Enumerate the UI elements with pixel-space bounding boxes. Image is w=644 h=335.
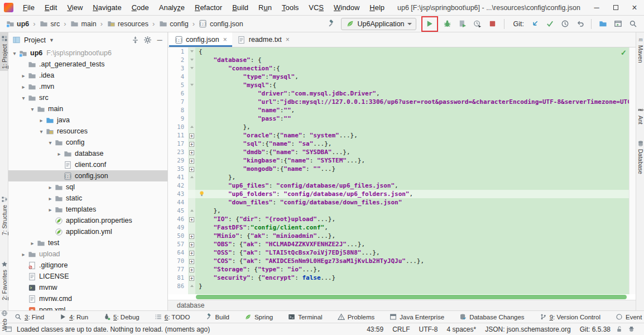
tree-item-database[interactable]: ▸database: [8, 148, 167, 159]
code-line-81[interactable]: 81+ "security": {"encrypt": false...}: [168, 274, 629, 282]
toolwindow-button-build[interactable]: Build: [205, 313, 229, 320]
stripe-item-web[interactable]: Web: [0, 307, 8, 333]
code-line-10[interactable]: 10 },: [168, 123, 629, 131]
stripe-item-2-favorites[interactable]: 2: Favorites: [0, 258, 8, 303]
search-everywhere-button[interactable]: [626, 17, 640, 31]
tree-item-src[interactable]: ▾src: [8, 92, 167, 103]
tree-chevron-icon[interactable]: ▸: [55, 151, 63, 157]
tree-item-pom-xml[interactable]: mpom.xml: [8, 304, 167, 310]
menu-tools[interactable]: Tools: [277, 0, 304, 15]
tree-chevron-icon[interactable]: ▾: [11, 50, 18, 56]
status-widget-json-json-schemastore-org[interactable]: JSON: json.schemastore.org: [485, 326, 570, 333]
horizontal-scrollbar[interactable]: [168, 294, 636, 300]
status-widget-crlf[interactable]: CRLF: [392, 326, 410, 333]
fold-marker-icon[interactable]: [188, 282, 195, 290]
intention-bulb-icon[interactable]: [199, 190, 205, 197]
toolwindow-button-event-log[interactable]: Event Log: [616, 313, 644, 320]
code-line-57[interactable]: 57+ "OBS": {"ak": "HCLMAD4ZZKVXFENHZE2J"…: [168, 240, 629, 248]
tree-item-mvnw-cmd[interactable]: mvnw.cmd: [8, 293, 167, 304]
tree-item-upload[interactable]: ▸upload: [8, 248, 167, 260]
menu-window[interactable]: Window: [329, 0, 364, 15]
code-line-9[interactable]: 9 "pass":"": [168, 114, 629, 123]
fold-marker-icon[interactable]: +: [188, 248, 195, 257]
toolwindow-button-spring[interactable]: Spring: [244, 313, 273, 320]
maximize-button[interactable]: [606, 5, 625, 10]
git-rollback-button[interactable]: [573, 17, 587, 31]
code-line-41[interactable]: 41 },: [168, 173, 629, 181]
tree-item-mvn[interactable]: ▸.mvn: [8, 81, 167, 92]
code-line-23[interactable]: 23+ "dmdb":{"name": "SYSDBA"...},: [168, 148, 629, 156]
fold-marker-icon[interactable]: [188, 173, 195, 181]
project-folders-button[interactable]: [596, 17, 609, 31]
code-line-17[interactable]: 17+ "sql":{"name": "sa"...},: [168, 140, 629, 148]
editor-body[interactable]: 1{2 "database": {3 "connection":{4 "type…: [168, 47, 636, 294]
git-history-button[interactable]: [558, 17, 571, 31]
run-button[interactable]: [423, 17, 436, 31]
profiler-button[interactable]: [471, 17, 484, 31]
minimize-button[interactable]: ─: [587, 0, 606, 15]
toolwindow-button-problems[interactable]: Problems: [338, 313, 375, 320]
stripe-item-1-project[interactable]: 1: Project: [0, 32, 8, 71]
toolwindow-button-3-find[interactable]: 3: Find: [15, 313, 44, 320]
close-button[interactable]: ×: [625, 0, 644, 15]
menu-run[interactable]: Run: [253, 0, 277, 15]
code-line-6[interactable]: 6 "driver":"com.mysql.jdbc.Driver",: [168, 89, 629, 98]
status-widget-43-59[interactable]: 43:59: [367, 326, 383, 333]
fold-marker-icon[interactable]: [188, 123, 195, 131]
code-line-3[interactable]: 3 "connection":{: [168, 64, 629, 73]
menu-build[interactable]: Build: [227, 0, 253, 15]
hector-icon[interactable]: [627, 326, 635, 333]
code-line-49[interactable]: 49 "FastDFS":"config/client.conf",: [168, 223, 629, 232]
code-line-45[interactable]: 45 },: [168, 207, 629, 215]
menu-edit[interactable]: Edit: [40, 0, 62, 15]
breadcrumb-resources[interactable]: resources: [105, 20, 150, 28]
tree-item-resources[interactable]: ▾resources: [8, 126, 167, 137]
tree-item-config[interactable]: ▾config: [8, 137, 167, 148]
tree-item-up6[interactable]: ▾up6F:\jsp\springboot\up6: [8, 47, 167, 59]
code-line-42[interactable]: 42 "up6_files": "config/database/up6_fil…: [168, 181, 629, 190]
stripe-item-7-structure[interactable]: 7: Structure: [0, 193, 8, 237]
fold-marker-icon[interactable]: +: [188, 131, 195, 140]
tree-item-idea[interactable]: ▸.idea: [8, 70, 167, 81]
debug-button[interactable]: [441, 17, 454, 31]
toolwindow-button-6-todo[interactable]: 6: TODO: [155, 313, 190, 320]
fold-marker-icon[interactable]: +: [188, 240, 195, 248]
breadcrumb-main[interactable]: main: [69, 20, 98, 28]
tree-chevron-icon[interactable]: ▸: [20, 73, 27, 79]
git-commit-button[interactable]: [543, 17, 556, 31]
code-line-50[interactable]: 50+ "Minio": {"ak": "minioadmin"...},: [168, 232, 629, 240]
breadcrumb-config[interactable]: config: [157, 20, 189, 28]
toolwindow-button-database-changes[interactable]: Database Changes: [459, 313, 524, 320]
fold-marker-icon[interactable]: [188, 64, 195, 73]
tree-item-license[interactable]: LICENSE: [8, 271, 167, 282]
tree-item-sql[interactable]: ▸sql: [8, 181, 167, 193]
scrollbar-thumb[interactable]: [196, 295, 627, 299]
code-line-2[interactable]: 2 "database": {: [168, 56, 629, 64]
code-line-1[interactable]: 1{: [168, 47, 629, 56]
menu-help[interactable]: Help: [364, 0, 390, 15]
build-hammer-button[interactable]: [324, 17, 337, 31]
fold-marker-icon[interactable]: [188, 56, 195, 64]
fold-marker-icon[interactable]: +: [188, 148, 195, 156]
code-line-64[interactable]: 64+ "OSS": {"ak": "LTAI5tQcBsx7oiVj7EDj5…: [168, 248, 629, 257]
fold-marker-icon[interactable]: +: [188, 215, 195, 223]
toolwindow-button-9-version-control[interactable]: 9: Version Control: [540, 313, 600, 320]
stripe-item-ant[interactable]: Ant: [636, 104, 644, 127]
code-line-11[interactable]: 11+ "oracle":{"name": "system"...},: [168, 131, 629, 140]
tree-chevron-icon[interactable]: ▸: [46, 195, 54, 202]
tree-chevron-icon[interactable]: ▸: [37, 117, 45, 123]
tree-chevron-icon[interactable]: ▸: [28, 240, 36, 246]
tree-chevron-icon[interactable]: ▾: [37, 128, 45, 135]
tree-item-apt-generated-tests[interactable]: .apt_generated_tests: [8, 59, 167, 70]
fold-marker-icon[interactable]: [188, 207, 195, 215]
console-button[interactable]: [611, 17, 624, 31]
tab-config-json[interactable]: {;}config.json×: [169, 32, 232, 47]
code-line-70[interactable]: 70+ "COS": {"ak": "AKIDCE5nNm9L0HEgz73sa…: [168, 257, 629, 265]
tree-item-java[interactable]: ▸java: [8, 114, 167, 126]
stop-button[interactable]: [486, 17, 499, 31]
code-line-44[interactable]: 44 "down_files": "config/database/down_f…: [168, 198, 629, 207]
tree-item-test[interactable]: ▸test: [8, 237, 167, 248]
tree-chevron-icon[interactable]: ▸: [20, 84, 27, 90]
tree-item-client-conf[interactable]: client.conf: [8, 159, 167, 170]
status-widget-git-6-5-38[interactable]: Git: 6.5.38: [580, 326, 611, 333]
